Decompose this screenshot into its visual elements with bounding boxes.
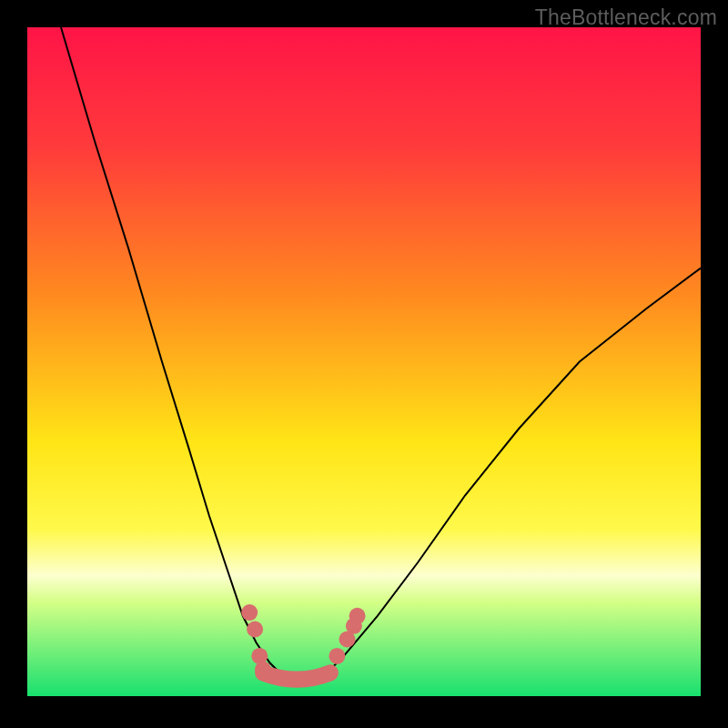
marker-dot — [247, 622, 263, 638]
marker-dot — [255, 662, 271, 678]
marker-dot — [349, 608, 366, 624]
marker-dot — [329, 648, 345, 664]
curve-left-branch — [61, 27, 283, 676]
curve-right-branch — [324, 268, 701, 676]
trough-highlight — [263, 672, 330, 679]
chart-svg — [27, 27, 701, 696]
watermark-text: TheBottleneck.com — [535, 5, 717, 30]
outer-black-frame: TheBottleneck.com — [0, 0, 728, 728]
marker-dot — [241, 604, 258, 621]
marker-group — [241, 604, 365, 678]
plot-gradient-area — [27, 27, 701, 696]
